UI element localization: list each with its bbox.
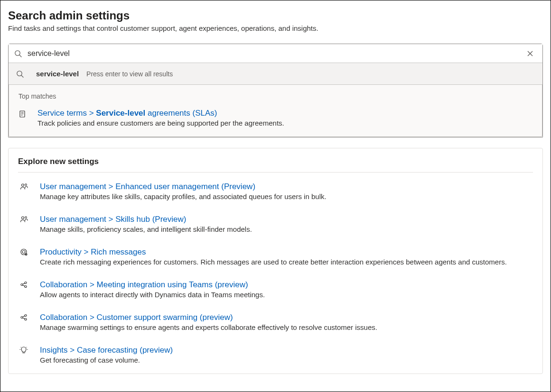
explore-description: Manage swarming settings to ensure agent… bbox=[40, 323, 533, 331]
top-match-description: Track policies and ensure customers are … bbox=[37, 119, 532, 127]
search-container: service-level Press enter to view all re… bbox=[8, 44, 543, 137]
explore-description: Create rich messaging experiences for cu… bbox=[40, 258, 533, 266]
suggestion-hint: Press enter to view all results bbox=[86, 70, 173, 78]
match-link-prefix: Service terms > bbox=[37, 109, 96, 118]
top-match-item: Service terms > Service-level agreements… bbox=[19, 109, 532, 127]
explore-heading: Explore new settings bbox=[18, 157, 533, 173]
explore-item: Productivity > Rich messagesCreate rich … bbox=[18, 247, 533, 266]
search-icon bbox=[14, 50, 25, 57]
explore-item: User management > Enhanced user manageme… bbox=[18, 182, 533, 201]
explore-item: Collaboration > Customer support swarmin… bbox=[18, 313, 533, 331]
explore-link[interactable]: User management > Enhanced user manageme… bbox=[40, 182, 533, 191]
clear-search-button[interactable] bbox=[523, 47, 537, 60]
top-matches-panel: Top matches Service terms > Service-leve… bbox=[9, 85, 542, 137]
share-icon bbox=[18, 313, 29, 321]
lightbulb-icon bbox=[18, 346, 29, 354]
search-input[interactable] bbox=[25, 49, 523, 58]
people-icon bbox=[18, 182, 29, 191]
search-icon bbox=[16, 70, 27, 78]
explore-description: Get forecasting of case volume. bbox=[40, 356, 533, 364]
people-icon bbox=[18, 215, 29, 223]
explore-item: User management > Skills hub (Preview)Ma… bbox=[18, 215, 533, 233]
explore-panel: Explore new settings User management > E… bbox=[8, 148, 543, 374]
explore-link[interactable]: User management > Skills hub (Preview) bbox=[40, 215, 533, 224]
page-title: Search admin settings bbox=[8, 9, 543, 22]
share-icon bbox=[18, 280, 29, 289]
explore-link[interactable]: Productivity > Rich messages bbox=[40, 247, 533, 257]
search-row bbox=[9, 44, 542, 63]
document-icon bbox=[19, 109, 28, 118]
close-icon bbox=[526, 50, 534, 57]
explore-item: Insights > Case forecasting (preview)Get… bbox=[18, 346, 533, 364]
target-icon bbox=[18, 247, 29, 256]
explore-description: Manage skills, proficiency scales, and i… bbox=[40, 225, 533, 233]
top-matches-heading: Top matches bbox=[19, 92, 532, 100]
match-link-highlight: Service-level bbox=[96, 109, 145, 118]
search-suggestion-row[interactable]: service-level Press enter to view all re… bbox=[9, 63, 542, 85]
explore-link[interactable]: Insights > Case forecasting (preview) bbox=[40, 346, 533, 355]
explore-description: Manage key attributes like skills, capac… bbox=[40, 192, 533, 201]
match-link-suffix: agreements (SLAs) bbox=[145, 109, 217, 118]
explore-link[interactable]: Collaboration > Customer support swarmin… bbox=[40, 313, 533, 322]
explore-link[interactable]: Collaboration > Meeting integration usin… bbox=[40, 280, 533, 290]
explore-description: Allow agents to interact directly with D… bbox=[40, 291, 533, 299]
explore-item: Collaboration > Meeting integration usin… bbox=[18, 280, 533, 299]
page-subtitle: Find tasks and settings that control cus… bbox=[8, 24, 543, 32]
top-match-link[interactable]: Service terms > Service-level agreements… bbox=[37, 109, 532, 118]
suggestion-term: service-level bbox=[36, 70, 79, 78]
